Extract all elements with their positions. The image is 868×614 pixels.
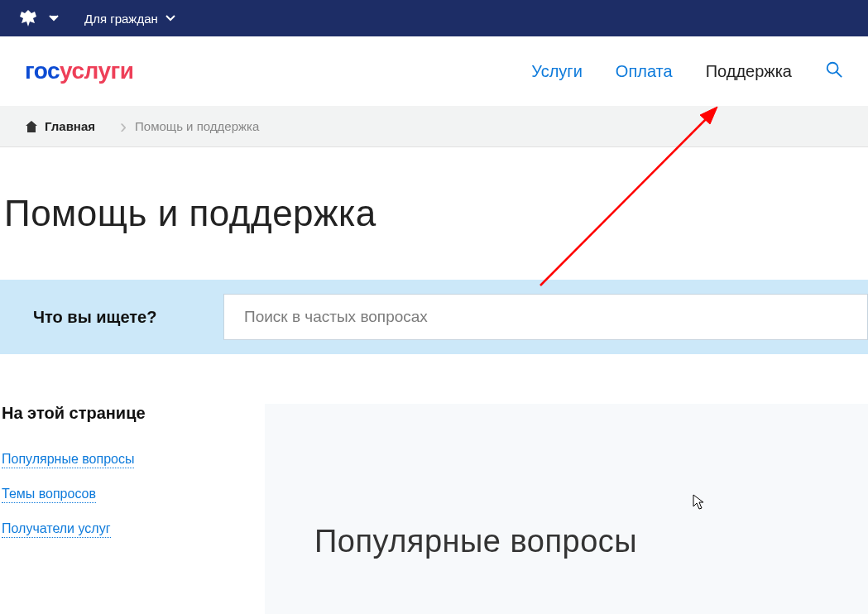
eagle-emblem (17, 8, 60, 28)
search-label: Что вы ищете? (0, 308, 223, 327)
logo[interactable]: госуслуги (25, 58, 133, 84)
search-icon[interactable] (825, 60, 843, 83)
sidebar: На этой странице Популярные вопросы Темы… (0, 404, 265, 614)
main-heading: Популярные вопросы (314, 524, 868, 559)
chevron-down-icon[interactable] (48, 14, 60, 22)
sidebar-link-popular[interactable]: Популярные вопросы (2, 452, 134, 468)
nav-payment[interactable]: Оплата (616, 62, 673, 81)
sidebar-heading: На этой странице (2, 404, 265, 423)
svg-point-0 (827, 62, 838, 73)
logo-part-1: гос (25, 58, 60, 84)
main-nav: госуслуги Услуги Оплата Поддержка (0, 36, 868, 106)
search-input[interactable] (223, 294, 868, 340)
nav-support[interactable]: Поддержка (706, 62, 792, 81)
breadcrumb-separator: › (112, 115, 135, 138)
nav-links: Услуги Оплата Поддержка (531, 60, 843, 83)
breadcrumb-home-label: Главная (45, 119, 95, 133)
nav-services[interactable]: Услуги (531, 62, 583, 81)
content-area: На этой странице Популярные вопросы Темы… (0, 404, 868, 614)
home-icon (25, 120, 38, 133)
sidebar-link-topics[interactable]: Темы вопросов (2, 487, 96, 503)
sidebar-link-recipients[interactable]: Получатели услуг (2, 521, 111, 538)
page-title: Помощь и поддержка (0, 147, 868, 280)
eagle-icon (17, 8, 40, 28)
audience-selector[interactable]: Для граждан (84, 12, 176, 26)
breadcrumb-current: Помощь и поддержка (135, 119, 276, 133)
audience-label: Для граждан (84, 12, 158, 26)
logo-part-2: услуги (60, 58, 133, 84)
main-panel: Популярные вопросы (265, 404, 868, 614)
breadcrumb-home[interactable]: Главная (25, 119, 112, 133)
top-utility-bar: Для граждан (0, 0, 868, 36)
breadcrumb: Главная › Помощь и поддержка (0, 106, 868, 147)
chevron-down-icon (165, 14, 176, 22)
search-band: Что вы ищете? (0, 280, 868, 354)
svg-line-1 (837, 71, 842, 76)
